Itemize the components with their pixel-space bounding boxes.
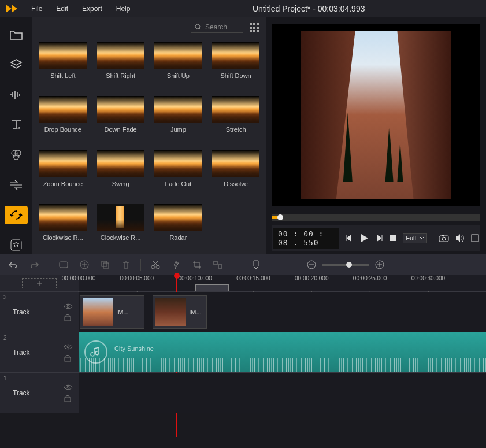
effect-item[interactable]: Shift Up — [154, 42, 203, 88]
effect-item[interactable]: Jump — [154, 96, 203, 142]
effect-item[interactable]: Zoom Bounce — [38, 150, 88, 196]
effect-item[interactable]: Drop Bounce — [38, 96, 88, 142]
snapshot-button[interactable] — [439, 232, 449, 245]
time-ruler[interactable]: 00:00:00.00000:00:05.00000:00:10.00000:0… — [0, 275, 486, 291]
next-frame-button[interactable] — [375, 232, 383, 245]
add-track-button[interactable] — [22, 278, 57, 288]
effect-item[interactable]: Down Fade — [96, 96, 146, 142]
lock-icon[interactable] — [64, 354, 72, 362]
effects-panel: Search Shift LeftShift RightShift UpShif… — [32, 17, 266, 254]
tracks-container: 3 Track IM...IM... 2 Track — [0, 291, 486, 413]
effect-item[interactable]: Fade Out — [154, 150, 203, 196]
video-clip[interactable]: IM... — [153, 295, 207, 329]
track-number: 2 — [3, 335, 7, 341]
effect-thumb — [97, 96, 144, 123]
track-header-3[interactable]: 3 Track — [0, 292, 79, 332]
fullscreen-button[interactable] — [471, 232, 479, 245]
visibility-icon[interactable] — [64, 384, 73, 391]
menu-export[interactable]: Export — [76, 2, 108, 15]
preview-panel: 00 : 00 : 08 . 550 Full — [266, 17, 486, 254]
svg-rect-11 — [257, 27, 259, 29]
redo-button[interactable] — [28, 258, 40, 271]
svg-rect-18 — [442, 235, 444, 236]
effect-item[interactable]: Shift Down — [211, 42, 261, 88]
preview-scrubber[interactable] — [272, 214, 480, 221]
tool-snap-icon[interactable] — [212, 258, 224, 271]
quality-select[interactable]: Full — [403, 233, 427, 243]
grid-view-icon[interactable] — [249, 23, 259, 33]
track-body-1[interactable] — [79, 373, 486, 413]
effect-thumb — [97, 204, 144, 231]
effect-item[interactable]: Radar — [154, 204, 203, 250]
prev-frame-button[interactable] — [345, 232, 353, 245]
menu-edit[interactable]: Edit — [50, 2, 74, 15]
rail-text-icon[interactable]: A — [5, 116, 28, 134]
rail-audio-icon[interactable] — [5, 86, 28, 104]
effects-header: Search — [32, 17, 266, 38]
track-name: Track — [6, 308, 59, 316]
track-body-3[interactable]: IM...IM... — [79, 292, 486, 332]
svg-point-17 — [442, 237, 446, 240]
effect-item[interactable]: Stretch — [211, 96, 261, 142]
menu-file[interactable]: File — [25, 2, 48, 15]
lock-icon[interactable] — [64, 394, 72, 402]
rail-layers-icon[interactable] — [5, 55, 28, 74]
tool-delete-icon[interactable] — [120, 258, 132, 271]
effect-item[interactable]: Clockwise R... — [96, 204, 146, 250]
visibility-icon[interactable] — [64, 343, 73, 350]
svg-rect-12 — [250, 30, 252, 32]
svg-point-32 — [67, 346, 69, 348]
track-name: Track — [6, 349, 59, 357]
volume-button[interactable] — [455, 232, 465, 245]
effect-thumb — [154, 96, 202, 123]
zoom-slider[interactable] — [322, 264, 369, 266]
tool-cut-icon[interactable] — [149, 258, 162, 271]
rail-favorites-icon[interactable] — [5, 236, 28, 254]
track-icons — [64, 384, 73, 402]
rail-transitions-icon[interactable] — [5, 176, 28, 194]
track-number: 1 — [3, 375, 7, 382]
effects-grid: Shift LeftShift RightShift UpShift DownD… — [32, 38, 266, 254]
stop-button[interactable] — [389, 232, 397, 245]
effect-item[interactable]: Shift Left — [38, 42, 88, 88]
effect-item[interactable]: Clockwise R... — [38, 204, 88, 250]
tool-speed-icon[interactable] — [170, 258, 183, 271]
undo-button[interactable] — [7, 258, 20, 271]
track-number: 3 — [3, 294, 7, 301]
lock-icon[interactable] — [64, 313, 72, 321]
audio-clip[interactable]: City Sunshine — [79, 332, 486, 372]
effect-label: Stretch — [226, 126, 246, 133]
tool-marker-icon[interactable] — [250, 258, 262, 271]
track-body-2[interactable]: City Sunshine — [79, 332, 486, 372]
search-placeholder: Search — [205, 23, 227, 31]
tool-copy-icon[interactable] — [99, 258, 112, 271]
visibility-icon[interactable] — [64, 303, 73, 310]
menu-help[interactable]: Help — [110, 2, 136, 15]
search-box[interactable]: Search — [191, 22, 243, 33]
play-button[interactable] — [359, 232, 369, 245]
rail-filters-icon[interactable] — [5, 146, 28, 164]
track-header-2[interactable]: 2 Track — [0, 332, 79, 372]
effect-label: Shift Down — [221, 72, 251, 79]
timeline-toolbar — [0, 254, 486, 275]
svg-rect-26 — [214, 261, 217, 265]
effect-item[interactable]: Dissolve — [211, 150, 261, 196]
preview-frame[interactable] — [272, 24, 480, 206]
ruler-body[interactable]: 00:00:00.00000:00:05.00000:00:10.00000:0… — [79, 275, 486, 291]
rail-animations-icon[interactable] — [5, 206, 28, 224]
track-header-1[interactable]: 1 Track — [0, 373, 79, 413]
effect-item[interactable]: Shift Right — [96, 42, 146, 88]
zoom-out-button[interactable] — [305, 258, 318, 271]
tool-plus-icon[interactable] — [78, 258, 91, 271]
effect-item[interactable]: Swing — [96, 150, 146, 196]
zoom-in-button[interactable] — [373, 258, 386, 271]
effect-label: Shift Left — [50, 72, 75, 79]
video-clip[interactable]: IM... — [80, 295, 144, 329]
rail-media-icon[interactable] — [5, 25, 28, 44]
main-area: A Search Shift LeftShift RightShift UpSh… — [0, 17, 486, 254]
audio-clip-label: City Sunshine — [114, 345, 154, 352]
tool-crop-icon[interactable] — [191, 258, 203, 271]
tool-add-icon[interactable] — [57, 258, 70, 271]
preview-timecode: 00 : 00 : 08 . 550 — [273, 228, 339, 249]
svg-rect-15 — [390, 235, 396, 241]
